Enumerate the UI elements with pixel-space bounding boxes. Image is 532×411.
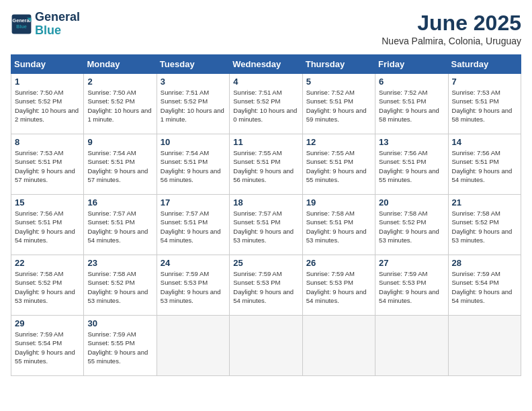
sunrise-label: Sunrise: 7:50 AM [15,89,63,96]
logo: General Blue GeneralBlue [11,11,80,38]
calendar-day-cell: 4 Sunrise: 7:51 AM Sunset: 5:52 PM Dayli… [230,74,302,134]
calendar-day-cell: 8 Sunrise: 7:53 AM Sunset: 5:51 PM Dayli… [11,134,84,195]
daylight-label: Daylight: 9 hours and 54 minutes. [233,288,294,304]
sunset-label: Sunset: 5:52 PM [15,279,62,286]
daylight-label: Daylight: 10 hours and 1 minute. [87,107,151,123]
title-area: June 2025 Nueva Palmira, Colonia, Urugua… [382,11,521,46]
day-of-week-header: Friday [375,55,448,74]
sunset-label: Sunset: 5:52 PM [379,218,426,226]
daylight-label: Daylight: 9 hours and 53 minutes. [15,288,75,304]
calendar-day-cell: 18 Sunrise: 7:57 AM Sunset: 5:51 PM Dayl… [230,195,302,255]
sunrise-label: Sunrise: 7:59 AM [15,330,63,338]
daylight-label: Daylight: 9 hours and 57 minutes. [87,167,148,183]
day-info: Sunrise: 7:56 AM Sunset: 5:51 PM Dayligh… [15,209,80,244]
logo-icon: General Blue [11,13,32,35]
sunrise-label: Sunrise: 7:59 AM [379,270,427,277]
calendar-day-cell: 23 Sunrise: 7:58 AM Sunset: 5:52 PM Dayl… [84,255,157,316]
day-info: Sunrise: 7:55 AM Sunset: 5:51 PM Dayligh… [306,148,371,184]
day-number: 10 [161,137,226,147]
sunset-label: Sunset: 5:51 PM [87,158,134,165]
calendar-day-cell: 2 Sunrise: 7:50 AM Sunset: 5:52 PM Dayli… [84,74,157,134]
calendar-day-cell: 5 Sunrise: 7:52 AM Sunset: 5:51 PM Dayli… [302,74,375,134]
daylight-label: Daylight: 9 hours and 54 minutes. [15,228,75,244]
sunrise-label: Sunrise: 7:59 AM [161,270,209,277]
calendar-week-row: 22 Sunrise: 7:58 AM Sunset: 5:52 PM Dayl… [11,255,521,316]
calendar-day-cell: 10 Sunrise: 7:54 AM Sunset: 5:51 PM Dayl… [157,134,229,195]
sunrise-label: Sunrise: 7:54 AM [161,149,209,156]
sunrise-label: Sunrise: 7:57 AM [87,210,136,217]
sunset-label: Sunset: 5:51 PM [233,218,280,226]
sunset-label: Sunset: 5:54 PM [15,339,62,347]
sunset-label: Sunset: 5:52 PM [233,97,280,105]
day-number: 12 [306,137,371,147]
day-number: 16 [87,197,152,208]
sunrise-label: Sunrise: 7:58 AM [87,270,136,277]
sunrise-label: Sunrise: 7:53 AM [15,149,63,156]
calendar-day-cell: 14 Sunrise: 7:56 AM Sunset: 5:51 PM Dayl… [448,134,521,195]
daylight-label: Daylight: 9 hours and 53 minutes. [233,228,294,244]
logo-text: GeneralBlue [35,11,80,38]
calendar-subtitle: Nueva Palmira, Colonia, Uruguay [382,36,521,46]
sunset-label: Sunset: 5:51 PM [379,158,426,165]
day-number: 11 [233,137,298,147]
day-info: Sunrise: 7:59 AM Sunset: 5:53 PM Dayligh… [233,269,298,305]
sunset-label: Sunset: 5:51 PM [87,218,134,226]
day-info: Sunrise: 7:53 AM Sunset: 5:51 PM Dayligh… [452,88,517,124]
day-number: 22 [15,258,80,268]
daylight-label: Daylight: 9 hours and 56 minutes. [161,167,221,183]
day-number: 27 [379,258,444,268]
day-number: 17 [161,197,226,208]
calendar-day-cell: 9 Sunrise: 7:54 AM Sunset: 5:51 PM Dayli… [84,134,157,195]
sunset-label: Sunset: 5:51 PM [306,218,353,226]
day-info: Sunrise: 7:50 AM Sunset: 5:52 PM Dayligh… [15,88,80,124]
sunset-label: Sunset: 5:53 PM [161,279,208,286]
sunset-label: Sunset: 5:53 PM [306,279,353,286]
calendar-day-cell: 11 Sunrise: 7:55 AM Sunset: 5:51 PM Dayl… [230,134,302,195]
day-info: Sunrise: 7:59 AM Sunset: 5:53 PM Dayligh… [306,269,371,305]
calendar-day-cell: 27 Sunrise: 7:59 AM Sunset: 5:53 PM Dayl… [375,255,448,316]
day-info: Sunrise: 7:59 AM Sunset: 5:54 PM Dayligh… [15,330,80,365]
day-number: 8 [15,137,80,147]
day-number: 20 [379,197,444,208]
svg-text:Blue: Blue [16,23,27,29]
day-number: 2 [87,77,152,87]
daylight-label: Daylight: 9 hours and 54 minutes. [452,167,513,183]
daylight-label: Daylight: 9 hours and 54 minutes. [87,228,148,244]
sunrise-label: Sunrise: 7:58 AM [379,210,427,217]
daylight-label: Daylight: 9 hours and 53 minutes. [161,288,221,304]
calendar-day-cell: 28 Sunrise: 7:59 AM Sunset: 5:54 PM Dayl… [448,255,521,316]
sunset-label: Sunset: 5:51 PM [15,158,62,165]
daylight-label: Daylight: 9 hours and 55 minutes. [87,349,148,365]
day-info: Sunrise: 7:57 AM Sunset: 5:51 PM Dayligh… [233,209,298,244]
sunset-label: Sunset: 5:51 PM [233,158,280,165]
sunrise-label: Sunrise: 7:50 AM [87,89,136,96]
calendar-day-cell: 20 Sunrise: 7:58 AM Sunset: 5:52 PM Dayl… [375,195,448,255]
day-info: Sunrise: 7:50 AM Sunset: 5:52 PM Dayligh… [87,88,152,124]
day-number: 9 [87,137,152,147]
sunrise-label: Sunrise: 7:51 AM [233,89,281,96]
day-number: 25 [233,258,298,268]
sunrise-label: Sunrise: 7:58 AM [452,210,500,217]
sunrise-label: Sunrise: 7:59 AM [233,270,281,277]
calendar-day-cell [157,316,229,376]
sunrise-label: Sunrise: 7:59 AM [306,270,355,277]
calendar-day-cell: 25 Sunrise: 7:59 AM Sunset: 5:53 PM Dayl… [230,255,302,316]
calendar-week-row: 8 Sunrise: 7:53 AM Sunset: 5:51 PM Dayli… [11,134,521,195]
sunrise-label: Sunrise: 7:56 AM [452,149,500,156]
day-info: Sunrise: 7:59 AM Sunset: 5:53 PM Dayligh… [379,269,444,305]
sunrise-label: Sunrise: 7:55 AM [233,149,281,156]
day-of-week-header: Wednesday [230,55,302,74]
sunrise-label: Sunrise: 7:58 AM [15,270,63,277]
daylight-label: Daylight: 9 hours and 55 minutes. [306,167,367,183]
day-of-week-header: Saturday [448,55,521,74]
day-info: Sunrise: 7:55 AM Sunset: 5:51 PM Dayligh… [233,148,298,184]
sunset-label: Sunset: 5:51 PM [161,218,208,226]
day-info: Sunrise: 7:52 AM Sunset: 5:51 PM Dayligh… [379,88,444,124]
day-info: Sunrise: 7:58 AM Sunset: 5:52 PM Dayligh… [15,269,80,305]
calendar-day-cell [448,316,521,376]
sunrise-label: Sunrise: 7:57 AM [161,210,209,217]
daylight-label: Daylight: 9 hours and 53 minutes. [87,288,148,304]
day-number: 18 [233,197,298,208]
calendar-day-cell: 19 Sunrise: 7:58 AM Sunset: 5:51 PM Dayl… [302,195,375,255]
sunrise-label: Sunrise: 7:54 AM [87,149,136,156]
